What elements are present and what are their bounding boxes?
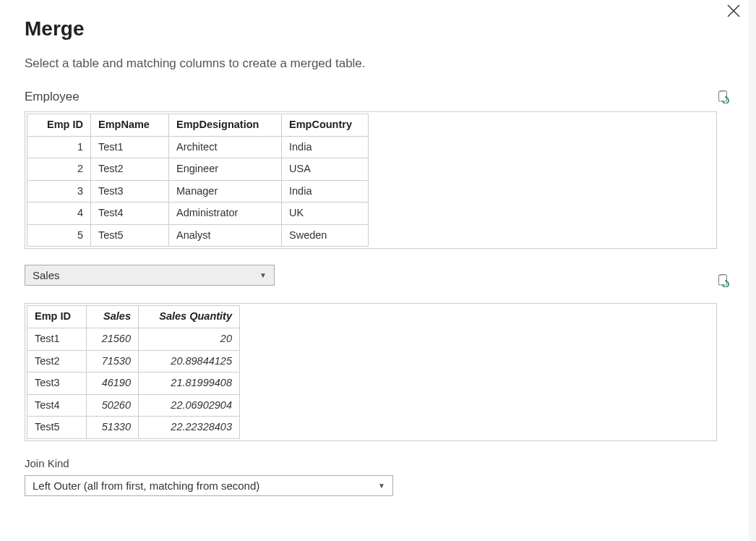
table-row[interactable]: 3 Test3 Manager India [27, 180, 369, 203]
table2-selector[interactable]: Sales ▼ [25, 265, 275, 286]
table2-container: Emp ID Sales Sales Quantity Test1 21560 … [25, 303, 717, 440]
table-row[interactable]: 1 Test1 Architect India [27, 136, 369, 158]
col-emp-id[interactable]: Emp ID [27, 306, 87, 328]
col-sales-quantity[interactable]: Sales Quantity [139, 306, 240, 328]
col-emp-country[interactable]: EmpCountry [282, 114, 369, 137]
refresh-icon[interactable] [717, 90, 730, 103]
sales-table[interactable]: Emp ID Sales Sales Quantity Test1 21560 … [27, 305, 240, 438]
col-sales[interactable]: Sales [87, 306, 139, 328]
col-emp-name[interactable]: EmpName [91, 114, 169, 137]
refresh-icon[interactable] [717, 274, 730, 287]
join-kind-label: Join Kind [25, 457, 731, 469]
dialog-subtitle: Select a table and matching columns to c… [25, 56, 731, 71]
table2-selector-value: Sales [33, 269, 60, 281]
table-header-row[interactable]: Emp ID Sales Sales Quantity [27, 306, 240, 328]
chevron-down-icon: ▼ [259, 271, 267, 279]
table-row[interactable]: 2 Test2 Engineer USA [27, 158, 369, 181]
table1-name: Employee [25, 90, 80, 104]
table2-header: Sales ▼ [25, 265, 731, 296]
table-row[interactable]: Test3 46190 21.81999408 [27, 372, 240, 395]
merge-dialog: Merge Select a table and matching column… [0, 0, 756, 521]
table1-header: Employee [25, 90, 731, 104]
employee-table[interactable]: Emp ID EmpName EmpDesignation EmpCountry… [27, 114, 369, 247]
table-row[interactable]: Test2 71530 20.89844125 [27, 350, 240, 372]
table-row[interactable]: 4 Test4 Administrator UK [27, 203, 369, 225]
dialog-title: Merge [25, 17, 731, 41]
table-row[interactable]: 5 Test5 Analyst Sweden [27, 224, 369, 247]
table-row[interactable]: Test1 21560 20 [27, 328, 240, 350]
close-icon[interactable] [726, 3, 742, 22]
join-kind-value: Left Outer (all from first, matching fro… [33, 480, 259, 492]
chevron-down-icon: ▼ [378, 482, 385, 490]
scrollbar[interactable] [749, 0, 756, 541]
table-row[interactable]: Test5 51330 22.22328403 [27, 417, 240, 439]
table-row[interactable]: Test4 50260 22.06902904 [27, 394, 240, 417]
table1-container: Emp ID EmpName EmpDesignation EmpCountry… [25, 111, 717, 249]
join-kind-selector[interactable]: Left Outer (all from first, matching fro… [25, 475, 393, 496]
table-header-row[interactable]: Emp ID EmpName EmpDesignation EmpCountry [27, 114, 369, 137]
col-emp-designation[interactable]: EmpDesignation [169, 114, 282, 137]
col-emp-id[interactable]: Emp ID [27, 114, 91, 137]
